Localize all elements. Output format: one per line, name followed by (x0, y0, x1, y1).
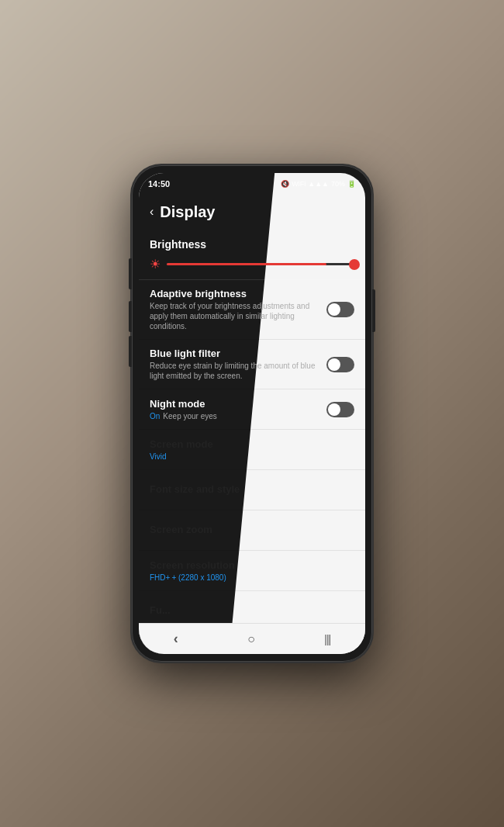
signal-icon: ▲▲▲ (308, 180, 329, 188)
brightness-section: Brightness ☀ (139, 229, 365, 280)
adaptive-brightness-toggle[interactable] (326, 302, 354, 317)
adaptive-brightness-desc: Keep track of your brightness adjustment… (150, 301, 320, 331)
night-mode-desc: Keep your eyes (163, 411, 217, 421)
blue-light-filter-row[interactable]: Blue light filter Reduce eye strain by l… (139, 340, 365, 389)
full-screen-row[interactable]: Fu... (139, 591, 365, 623)
battery-level: 70% (331, 180, 345, 188)
navigation-bar: ‹ ○ ||| (139, 623, 365, 654)
mute-icon: 🔇 (281, 180, 289, 188)
screen-resolution-title: Screen resolution (150, 559, 348, 571)
font-size-text: Font size and style (150, 483, 348, 497)
blue-light-title: Blue light filter (150, 348, 320, 359)
battery-icon: 🔋 (347, 180, 356, 188)
page-title: Display (160, 203, 215, 221)
full-screen-title: Fu... (150, 604, 348, 616)
status-time: 14:50 (148, 179, 170, 189)
screen-mode-text: Screen mode Vivid (150, 438, 348, 462)
phone-screen: 14:50 🔇 WiFi ▲▲▲ 70% 🔋 ‹ Display Brightn… (139, 173, 365, 654)
screen-resolution-text: Screen resolution FHD+ + (2280 x 1080) (150, 559, 348, 583)
resolution-desc: + (2280 x 1080) (171, 573, 226, 583)
adaptive-brightness-title: Adaptive brightness (150, 288, 320, 299)
night-mode-status: On (150, 411, 160, 421)
adaptive-brightness-text: Adaptive brightness Keep track of your b… (150, 288, 320, 331)
screen-resolution-row[interactable]: Screen resolution FHD+ + (2280 x 1080) (139, 551, 365, 591)
brightness-label: Brightness (150, 238, 354, 251)
nav-home-button[interactable]: ○ (247, 632, 255, 646)
screen-mode-status: Vivid (150, 452, 348, 462)
font-size-row[interactable]: Font size and style (139, 470, 365, 510)
screen-mode-title: Screen mode (150, 438, 348, 450)
status-icons: 🔇 WiFi ▲▲▲ 70% 🔋 (281, 180, 356, 188)
night-mode-row[interactable]: Night mode On Keep your eyes (139, 389, 365, 430)
blue-light-toggle[interactable] (326, 357, 354, 372)
adaptive-brightness-row[interactable]: Adaptive brightness Keep track of your b… (139, 280, 365, 340)
blue-light-desc: Reduce eye strain by limiting the amount… (150, 361, 320, 381)
font-size-title: Font size and style (150, 483, 348, 495)
brightness-icon: ☀ (150, 257, 161, 272)
full-screen-text: Fu... (150, 604, 348, 618)
night-mode-text: Night mode On Keep your eyes (150, 398, 320, 421)
screen-zoom-text: Screen zoom (150, 524, 348, 537)
night-mode-title: Night mode (150, 398, 320, 410)
night-mode-toggle[interactable] (326, 402, 354, 417)
nav-recents-button[interactable]: ||| (324, 633, 330, 645)
back-button[interactable]: ‹ (150, 205, 154, 219)
settings-content: Brightness ☀ Adaptive brightness Keep tr… (139, 229, 365, 623)
resolution-status: FHD+ (150, 573, 170, 583)
blue-light-text: Blue light filter Reduce eye strain by l… (150, 348, 320, 381)
nav-back-button[interactable]: ‹ (174, 631, 178, 647)
slider-thumb[interactable] (349, 259, 360, 270)
page-header: ‹ Display (139, 195, 365, 229)
screen-zoom-title: Screen zoom (150, 524, 348, 535)
phone-device: 14:50 🔇 WiFi ▲▲▲ 70% 🔋 ‹ Display Brightn… (132, 165, 372, 662)
brightness-row: ☀ (150, 257, 354, 272)
slider-fill (167, 263, 326, 265)
status-bar: 14:50 🔇 WiFi ▲▲▲ 70% 🔋 (139, 173, 365, 195)
screen-zoom-row[interactable]: Screen zoom (139, 510, 365, 551)
brightness-slider[interactable] (167, 263, 354, 265)
wifi-icon: WiFi (292, 180, 306, 188)
screen-mode-row[interactable]: Screen mode Vivid (139, 430, 365, 470)
